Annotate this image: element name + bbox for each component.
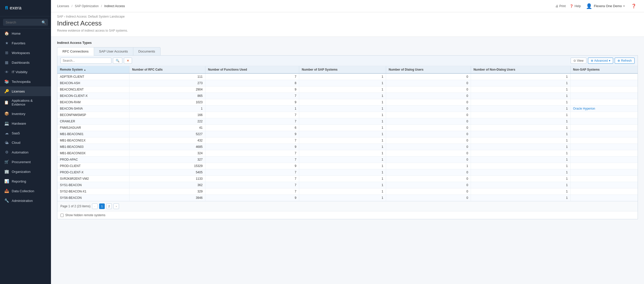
sidebar-item-home[interactable]: 🏠Home	[0, 29, 51, 38]
sidebar-item-automation[interactable]: ⚙Automation	[0, 147, 51, 157]
col-remote-system[interactable]: Remote System ▲	[57, 66, 129, 73]
page-2-button[interactable]: 2	[106, 203, 112, 209]
show-hidden-label[interactable]: Show hidden remote systems	[65, 213, 105, 217]
cell-remote-system: CRAWLER	[57, 118, 129, 125]
toolbar-right: ⊙ View ⊕ Advanced ▾ ⊕ Refresh	[571, 58, 635, 64]
cell-non-sap-systems[interactable]: Oracle Hyperion	[570, 106, 638, 112]
table-row: MB1-BEACON03 4685 9 1 0 1	[57, 144, 638, 150]
refresh-button[interactable]: ⊕ Refresh	[615, 58, 635, 64]
sidebar-item-inventory[interactable]: 📦Inventory	[0, 109, 51, 119]
nav-label-administration: Administration	[12, 199, 33, 203]
sidebar-item-saas[interactable]: ☁SaaS	[0, 128, 51, 138]
nav-icon-hardware: 💻	[4, 121, 9, 126]
page-header: SAP › Indirect Access: Default System La…	[51, 12, 644, 37]
cell-dialog-users: 0	[386, 176, 471, 182]
sidebar-search-input[interactable]	[3, 19, 48, 26]
nav-icon-workspaces: ⊞	[4, 50, 9, 55]
cell-rfc-calls: 1133	[129, 176, 205, 182]
col-rfc-calls[interactable]: Number of RFC Calls	[129, 66, 205, 73]
search-clear-button[interactable]: ✕	[124, 58, 132, 64]
show-hidden-checkbox[interactable]	[60, 214, 64, 217]
cell-non-dialog-users: 1	[471, 144, 570, 150]
tab-sap-user-accounts[interactable]: SAP User Accounts	[94, 47, 133, 56]
cell-rfc-calls: 4685	[129, 144, 205, 150]
nav-icon-saas: ☁	[4, 131, 9, 135]
sidebar-item-cloud[interactable]: 🌥Cloud	[0, 138, 51, 147]
print-button[interactable]: 🖨 Print	[555, 4, 566, 8]
checkbox-row: Show hidden remote systems	[57, 211, 638, 219]
cell-dialog-users: 0	[386, 125, 471, 131]
sidebar-item-organization[interactable]: 🏢Organization	[0, 167, 51, 176]
rfc-connections-table: Remote System ▲ Number of RFC Calls Numb…	[57, 66, 638, 201]
cell-functions-used: 1	[205, 106, 299, 112]
col-sap-systems[interactable]: Number of SAP Systems	[299, 66, 386, 73]
sidebar-item-it-visibility[interactable]: 👁IT Visibility	[0, 67, 51, 77]
user-info[interactable]: 👤 Flexera One Demo ▾	[586, 3, 625, 9]
cell-dialog-users: 0	[386, 157, 471, 163]
sidebar-item-reporting[interactable]: 📊Reporting	[0, 176, 51, 186]
col-non-dialog-users[interactable]: Number of Non-Dialog Users	[471, 66, 570, 73]
nav-icon-licenses: 🔑	[4, 89, 9, 94]
nav-label-technopedia: Technopedia	[12, 80, 31, 84]
sidebar-item-applications-evidence[interactable]: 📋Applications & Evidence	[0, 96, 51, 109]
notifications-icon[interactable]: ❓	[630, 2, 638, 10]
prev-page-button[interactable]: ‹	[92, 203, 98, 209]
table-search-input[interactable]	[60, 58, 111, 64]
sidebar-item-favorites[interactable]: ★Favorites	[0, 38, 51, 48]
tab-documents[interactable]: Documents	[133, 47, 161, 56]
table-row: SYS6-BEACON 3946 9 1 0 1	[57, 195, 638, 201]
cell-non-sap-systems	[570, 137, 638, 144]
user-name: Flexera One Demo	[594, 4, 622, 8]
cell-remote-system: BEACON-RAM	[57, 99, 129, 106]
next-page-button[interactable]: ›	[113, 203, 119, 209]
cell-non-sap-systems	[570, 125, 638, 131]
cell-dialog-users: 0	[386, 93, 471, 99]
cell-sap-systems: 1	[299, 80, 386, 86]
sidebar-item-administration[interactable]: 🔧Administration	[0, 196, 51, 205]
col-dialog-users[interactable]: Number of Dialog Users	[386, 66, 471, 73]
sidebar-item-data-collection[interactable]: 📥Data Collection	[0, 186, 51, 196]
cell-remote-system: MB1-BEACON03	[57, 144, 129, 150]
col-non-sap-systems[interactable]: Non-SAP Systems	[570, 66, 638, 73]
nav-icon-cloud: 🌥	[4, 140, 9, 145]
cell-non-dialog-users: 1	[471, 99, 570, 106]
cell-rfc-calls: 324	[129, 150, 205, 157]
clear-icon: ✕	[127, 59, 129, 62]
sidebar-item-procurement[interactable]: 🛒Procurement	[0, 157, 51, 167]
help-button[interactable]: ❓ Help	[570, 4, 581, 8]
table-row: ADPTER-CLIENT 111 7 1 0 1	[57, 73, 638, 80]
cell-remote-system: PROD-CLIENT	[57, 163, 129, 169]
topbar-right: 🖨 Print ❓ Help 👤 Flexera One Demo ▾ ❓	[555, 2, 638, 10]
table-row: SYS2-BEACON-X1 329 7 1 0 1	[57, 188, 638, 195]
view-button[interactable]: ⊙ View	[571, 58, 586, 64]
tabs-container: RFC ConnectionsSAP User AccountsDocument…	[57, 47, 638, 56]
cell-non-dialog-users: 1	[471, 131, 570, 137]
nav-label-organization: Organization	[12, 170, 31, 174]
sidebar-item-technopedia[interactable]: 📚Technopedia	[0, 77, 51, 86]
search-execute-button[interactable]: 🔍	[113, 58, 122, 64]
breadcrumb-sap[interactable]: SAP Optimization	[75, 4, 99, 8]
sidebar-item-hardware[interactable]: 💻Hardware	[0, 119, 51, 128]
col-functions-used[interactable]: Number of Functions Used	[205, 66, 299, 73]
cell-non-dialog-users: 1	[471, 125, 570, 131]
page-1-button[interactable]: 1	[99, 203, 105, 209]
tab-rfc-connections[interactable]: RFC Connections	[57, 47, 94, 56]
help-label: Help	[574, 4, 581, 8]
advanced-button[interactable]: ⊕ Advanced ▾	[588, 58, 613, 64]
breadcrumb-licenses[interactable]: Licenses	[57, 4, 69, 8]
cell-rfc-calls: 329	[129, 188, 205, 195]
sidebar-item-workspaces[interactable]: ⊞Workspaces	[0, 48, 51, 58]
cell-sap-systems: 1	[299, 150, 386, 157]
table-row: SYS1-BEACON 362 7 1 0 1	[57, 182, 638, 188]
cell-functions-used: 7	[205, 150, 299, 157]
table-row: BEACONCLIENT 2904 9 1 0 1	[57, 86, 638, 93]
table-scroll: Remote System ▲ Number of RFC Calls Numb…	[57, 66, 638, 201]
pagination: Page 1 of 2 (23 items) ‹ 1 2 ›	[57, 201, 638, 211]
user-chevron-icon: ▾	[623, 5, 625, 7]
sidebar-item-dashboards[interactable]: ▦Dashboards	[0, 58, 51, 67]
cell-dialog-users: 0	[386, 144, 471, 150]
table-row: FNMSJAGUAR 41 6 1 0 1	[57, 125, 638, 131]
nav-label-applications-evidence: Applications & Evidence	[12, 99, 47, 106]
cell-non-sap-systems	[570, 182, 638, 188]
sidebar-item-licenses[interactable]: 🔑Licenses	[0, 86, 51, 96]
